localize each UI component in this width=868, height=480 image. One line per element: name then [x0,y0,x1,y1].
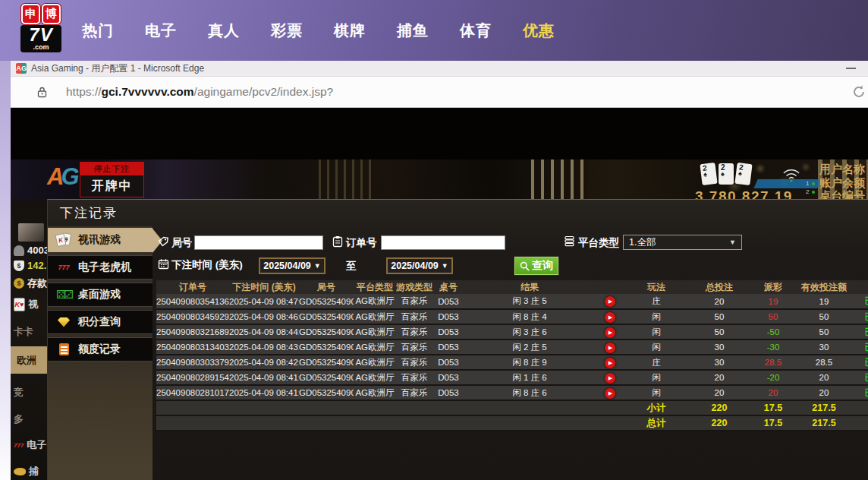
range-separator: 至 [346,260,357,273]
url-path: /agingame/pcv2/index.jsp? [194,85,334,98]
replay-button[interactable]: ▶ [605,296,615,307]
refresh-icon[interactable] [851,84,866,99]
date-from-value: 2025/04/09 [263,261,311,271]
balance-amount: 3,780,827.19 [695,188,793,199]
summary-valid: 217.5 [795,415,853,431]
cell: 百家乐 [396,294,432,309]
page-menu-stat: $存款 [14,276,47,290]
cell-bet: 20 [687,385,751,400]
date-from-button[interactable]: 2025/04/09 ▼ [259,257,326,274]
cell-empty [229,400,299,415]
status-badge: 已派彩 [853,324,868,339]
summary-row: 总计22017.5217.5 [156,415,868,431]
url-text[interactable]: https://gci.7vvvvvv.com/agingame/pcv2/in… [66,85,333,99]
cell: 2025-04-09 08:44:27 [229,324,299,339]
replay-button[interactable]: ▶ [605,327,615,338]
replay-button[interactable]: ▶ [605,388,615,399]
cell: 2025-04-09 08:41:11 [229,385,299,400]
slot-777-icon: 777 [14,442,24,449]
cell-empty [156,415,229,431]
lock-icon [37,87,47,98]
sidebar-item-额度记录[interactable]: 额度记录 [48,337,153,362]
platform-select[interactable]: 1.全部 ▼ [623,235,742,250]
calendar-icon [158,258,169,270]
table-row: 2504090803033792025-04-09 08:42:59GD0532… [156,355,868,370]
cell: GD053254090T8 [299,309,354,324]
platform-select-value: 1.全部 [629,236,656,249]
round-input[interactable] [194,235,323,250]
replay-button[interactable]: ▶ [605,343,615,353]
page-menu-item[interactable]: 竞 [14,386,24,399]
page-menu-item[interactable]: 捕 [14,465,39,478]
playing-card: 2♠ [700,163,717,185]
nav-item-优惠[interactable]: 优惠 [523,21,555,41]
cell: AG欧洲厅 [354,294,396,309]
curtain-stripes [531,159,587,199]
cell: AG欧洲厅 [354,324,396,339]
nav-item-彩票[interactable]: 彩票 [271,21,303,41]
curtain-stripes [319,159,373,199]
cards-icon: 9K [56,232,71,248]
minimize-button[interactable] [846,68,856,69]
page-menu-item[interactable]: 卡卡 [14,325,33,339]
nav-item-热门[interactable]: 热门 [82,21,114,41]
table-row: 2504090802891542025-04-09 08:41:50GD0532… [156,370,868,385]
site-logo[interactable]: 申 博 7V .com [20,4,61,52]
cell-payout: -30 [751,339,795,355]
logo-badge-bo: 博 [42,4,61,24]
column-header [595,280,625,294]
logo-name: 7V [20,26,61,44]
cell: 百家乐 [396,370,432,385]
sidebar-item-积分查询[interactable]: 积分查询 [48,310,153,334]
replay-button[interactable]: ▶ [605,373,615,384]
nav-item-体育[interactable]: 体育 [460,21,492,41]
sidebar-item-视讯游戏[interactable]: 9K视讯游戏 [48,228,153,252]
sidebar-item-桌面游戏[interactable]: ⚄⚂桌面游戏 [48,283,153,307]
summary-bet: 220 [687,415,751,431]
nav-item-真人[interactable]: 真人 [208,21,240,41]
cell: D053 [432,294,464,309]
cell-empty [354,400,396,415]
page-menu-item[interactable]: 777电子 [14,438,46,452]
coin-icon: $ [14,278,24,289]
cell-payout: -20 [751,370,795,385]
cell: 250409080354136 [156,294,229,309]
summary-label: 总计 [625,415,687,431]
cell: 250409080281017 [156,385,229,400]
summary-bet: 220 [687,400,751,415]
cell: GD053254090T3 [299,355,354,370]
cell-play: 闲 [625,370,687,385]
asia-gaming-favicon: AG [16,63,27,74]
window-titlebar[interactable]: AG Asia Gaming - 用户配置 1 - Microsoft Edge [11,61,868,77]
clipboard-icon [332,235,343,248]
page-content: A G ASIA GAMING 停止下注 开牌中 2♠2♠2♠ 3,780,82… [11,109,868,480]
column-header: 状态 [853,280,868,294]
search-icon [520,261,530,271]
cell-payout: 50 [751,309,795,324]
replay-button[interactable]: ▶ [605,312,615,323]
cell-replay: ▶ [595,370,625,385]
chevron-down-icon: ▼ [442,262,448,270]
table-row: 2504090802810172025-04-09 08:41:11GD0532… [156,385,868,400]
nav-item-捕鱼[interactable]: 捕鱼 [397,21,429,41]
cell-play: 闲 [625,339,687,355]
seat-numbers: 12 [806,179,815,196]
sidebar-item-电子老虎机[interactable]: 777电子老虎机 [48,255,153,279]
page-menu-item-active[interactable]: 欧洲 [11,346,47,374]
date-to-button[interactable]: 2025/04/09 ▼ [386,257,453,274]
cell-play: 庄 [625,355,687,370]
url-bar[interactable]: https://gci.7vvvvvv.com/agingame/pcv2/in… [11,77,868,108]
order-input[interactable] [381,235,505,250]
fish-icon [14,468,26,475]
avatar[interactable] [18,223,44,242]
panel-sidebar: 9K视讯游戏777电子老虎机⚄⚂桌面游戏积分查询额度记录 [48,226,153,480]
records-table: 订单号下注时间 (美东)局号平台类型游戏类型桌号结果玩法总投注派彩有效投注额状态… [156,280,868,431]
page-menu-item[interactable]: K♥视 [14,298,38,311]
nav-item-电子[interactable]: 电子 [145,21,177,41]
money-bag-icon: $ [14,261,24,271]
search-button[interactable]: 查询 [514,257,558,275]
nav-item-棋牌[interactable]: 棋牌 [334,21,366,41]
round-label: 局号 [171,236,192,250]
replay-button[interactable]: ▶ [605,358,615,368]
page-menu-item[interactable]: 多 [14,412,24,426]
